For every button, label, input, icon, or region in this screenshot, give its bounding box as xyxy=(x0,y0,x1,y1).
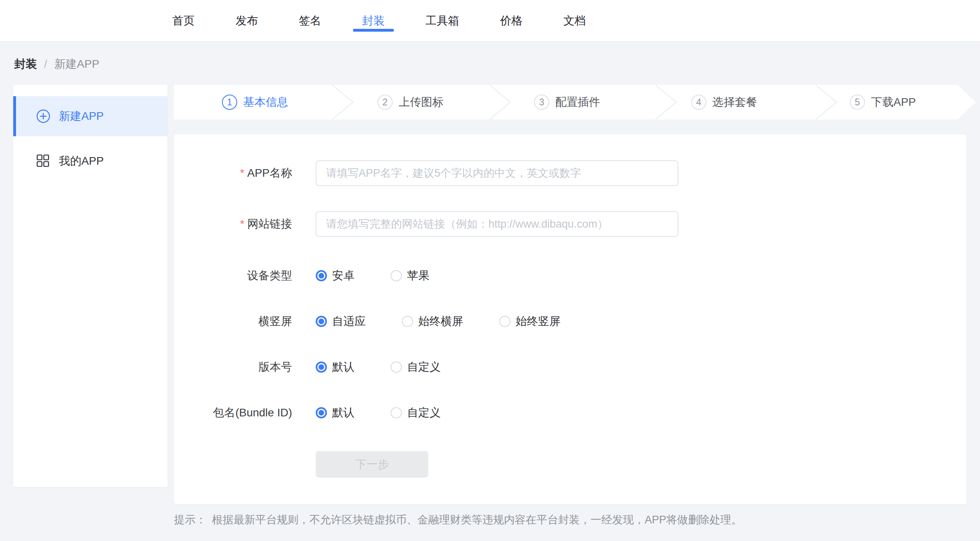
step-number: 2 xyxy=(377,95,393,110)
step-label: 下载APP xyxy=(871,95,916,110)
radio-option-android[interactable]: 安卓 xyxy=(316,268,355,283)
sidebar-item-my-app[interactable]: 我的APP xyxy=(13,141,167,181)
step-number: 4 xyxy=(691,95,706,110)
plus-circle-icon xyxy=(36,109,50,123)
nav-item-home[interactable]: 首页 xyxy=(172,0,195,41)
form-card: *APP名称 *网站链接 设备类型 安卓 苹果 横竖屏 自适应 始终横屏 xyxy=(174,134,966,504)
step-upload-icon: 2 上传图标 xyxy=(377,85,444,119)
form-row-device-type: 设备类型 安卓 苹果 xyxy=(174,268,966,283)
top-header: 首页 发布 签名 封装 工具箱 价格 文档 xyxy=(0,0,980,42)
steps-bar: 1 基本信息 2 上传图标 3 配置插件 4 选择套餐 5 下载APP xyxy=(174,85,976,119)
sidebar-item-label: 我的APP xyxy=(59,153,104,169)
step-select-plan: 4 选择套餐 xyxy=(691,85,757,119)
nav-item-package[interactable]: 封装 xyxy=(362,0,385,41)
step-download-app: 5 下载APP xyxy=(850,85,916,119)
step-basic-info: 1 基本信息 xyxy=(222,85,288,119)
field-label: 横竖屏 xyxy=(174,314,292,329)
radio-option-always-landscape[interactable]: 始终横屏 xyxy=(402,314,463,329)
sidebar-item-label: 新建APP xyxy=(59,109,104,124)
radio-option-bundle-default[interactable]: 默认 xyxy=(316,405,355,420)
radio-option-version-default[interactable]: 默认 xyxy=(316,359,355,375)
footer-tip: 提示： 根据最新平台规则，不允许区块链虚拟币、金融理财类等违规内容在平台封装，一… xyxy=(174,513,742,527)
radio-checked-icon xyxy=(316,270,327,281)
app-name-input[interactable] xyxy=(316,160,678,186)
sidebar: 新建APP 我的APP xyxy=(13,85,167,487)
step-label: 基本信息 xyxy=(243,95,288,110)
field-label: 设备类型 xyxy=(174,268,292,283)
step-number: 5 xyxy=(850,95,865,110)
form-row-app-name: *APP名称 xyxy=(174,160,966,186)
required-asterisk: * xyxy=(240,167,244,179)
radio-option-version-custom[interactable]: 自定义 xyxy=(391,359,441,375)
nav-item-toolbox[interactable]: 工具箱 xyxy=(425,0,459,41)
form-row-bundle-id: 包名(Bundle ID) 默认 自定义 xyxy=(174,406,966,420)
nav-item-publish[interactable]: 发布 xyxy=(236,0,258,41)
radio-unchecked-icon xyxy=(391,407,402,418)
form-row-orientation: 横竖屏 自适应 始终横屏 始终竖屏 xyxy=(174,314,966,329)
radio-checked-icon xyxy=(316,407,327,418)
field-label: 版本号 xyxy=(174,359,292,375)
tip-label: 提示： xyxy=(174,513,206,527)
nav-item-price[interactable]: 价格 xyxy=(500,0,522,41)
radio-option-ios[interactable]: 苹果 xyxy=(391,268,430,283)
field-label: *网站链接 xyxy=(174,216,292,232)
radio-checked-icon xyxy=(316,316,327,327)
step-configure-plugins: 3 配置插件 xyxy=(534,85,600,119)
radio-unchecked-icon xyxy=(391,270,402,281)
breadcrumb-section[interactable]: 封装 xyxy=(14,57,37,72)
form-row-version: 版本号 默认 自定义 xyxy=(174,360,966,374)
sidebar-item-new-app[interactable]: 新建APP xyxy=(13,96,167,136)
radio-option-bundle-custom[interactable]: 自定义 xyxy=(391,405,441,420)
breadcrumb-current: 新建APP xyxy=(54,57,99,72)
step-number: 1 xyxy=(222,95,237,110)
field-label: 包名(Bundle ID) xyxy=(174,405,292,420)
radio-unchecked-icon xyxy=(499,316,510,327)
main-nav: 首页 发布 签名 封装 工具箱 价格 文档 xyxy=(172,0,586,41)
tip-text: 根据最新平台规则，不允许区块链虚拟币、金融理财类等违规内容在平台封装，一经发现，… xyxy=(212,513,742,527)
radio-option-always-portrait[interactable]: 始终竖屏 xyxy=(499,314,561,329)
site-url-input[interactable] xyxy=(316,211,678,237)
step-label: 配置插件 xyxy=(555,95,600,110)
field-label: *APP名称 xyxy=(174,166,292,181)
form-row-site-url: *网站链接 xyxy=(174,211,966,237)
next-step-button[interactable]: 下一步 xyxy=(316,451,428,478)
breadcrumb: 封装 / 新建APP xyxy=(14,57,99,72)
breadcrumb-separator: / xyxy=(44,58,47,71)
radio-option-adaptive[interactable]: 自适应 xyxy=(316,314,366,329)
step-label: 上传图标 xyxy=(399,95,444,110)
form-row-actions: 下一步 xyxy=(174,451,966,478)
grid-icon xyxy=(36,154,50,168)
radio-unchecked-icon xyxy=(402,316,413,327)
step-label: 选择套餐 xyxy=(712,95,757,110)
radio-unchecked-icon xyxy=(391,361,402,373)
required-asterisk: * xyxy=(240,218,244,230)
nav-item-signature[interactable]: 签名 xyxy=(299,0,321,41)
step-number: 3 xyxy=(534,95,549,110)
radio-checked-icon xyxy=(316,361,327,373)
nav-item-docs[interactable]: 文档 xyxy=(563,0,586,41)
